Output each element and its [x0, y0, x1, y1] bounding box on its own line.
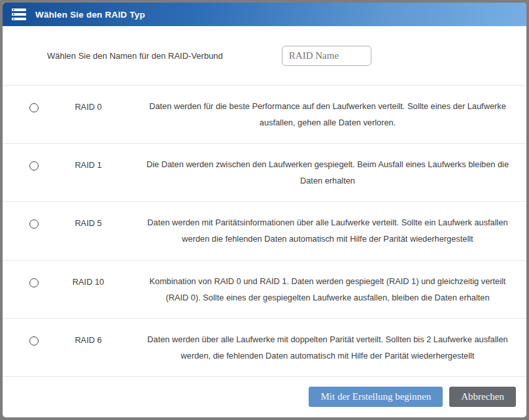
raid6-description: Daten werden über alle Laufwerke mit dop… — [138, 331, 517, 364]
raid-name-input[interactable] — [282, 46, 371, 66]
raid-name-label: Wählen Sie den Namen für den RAID-Verbun… — [47, 51, 223, 61]
raid0-description: Daten werden für die beste Performance a… — [138, 98, 517, 131]
raid-option-row-raid10[interactable]: RAID 10 Kombination von RAID 0 und RAID … — [3, 260, 526, 318]
raid5-label: RAID 5 — [39, 218, 138, 228]
raid-option-row-raid1[interactable]: RAID 1 Die Daten werden zwischen den Lau… — [3, 143, 526, 201]
raid0-radio[interactable] — [29, 103, 39, 112]
server-stack-list-icon — [12, 8, 26, 20]
dialog-header: Wählen Sie den RAID Typ — [3, 3, 526, 26]
start-creation-button[interactable]: Mit der Erstellung beginnen — [309, 387, 443, 407]
dialog-title: Wählen Sie den RAID Typ — [35, 10, 145, 20]
raid-name-section: Wählen Sie den Namen für den RAID-Verbun… — [3, 26, 526, 85]
raid-option-row-raid5[interactable]: RAID 5 Daten werden mit Paritätsinformat… — [3, 201, 526, 259]
modal-frame: Wählen Sie den RAID Typ Wählen Sie den N… — [0, 0, 529, 420]
raid0-label: RAID 0 — [39, 101, 138, 112]
raid-type-dialog: Wählen Sie den RAID Typ Wählen Sie den N… — [3, 3, 526, 417]
raid5-radio[interactable] — [29, 219, 39, 229]
raid-option-row-raid6[interactable]: RAID 6 Daten werden über alle Laufwerke … — [3, 318, 526, 376]
raid-option-list: RAID 0 Daten werden für die beste Perfor… — [3, 85, 526, 376]
raid6-radio[interactable] — [29, 336, 39, 346]
raid1-label: RAID 1 — [39, 159, 138, 170]
raid6-label: RAID 6 — [39, 334, 138, 345]
cancel-button[interactable]: Abbrechen — [449, 387, 516, 407]
dialog-footer: Mit der Erstellung beginnen Abbrechen — [3, 376, 526, 417]
raid-option-row-raid0[interactable]: RAID 0 Daten werden für die beste Perfor… — [3, 85, 526, 143]
raid10-label: RAID 10 — [39, 276, 138, 287]
raid1-description: Die Daten werden zwischen den Laufwerken… — [138, 156, 517, 189]
raid10-radio[interactable] — [29, 278, 39, 287]
raid10-description: Kombination von RAID 0 und RAID 1. Daten… — [138, 273, 517, 306]
raid1-radio[interactable] — [29, 161, 39, 170]
raid5-description: Daten werden mit Paritätsinformationen ü… — [138, 214, 517, 247]
